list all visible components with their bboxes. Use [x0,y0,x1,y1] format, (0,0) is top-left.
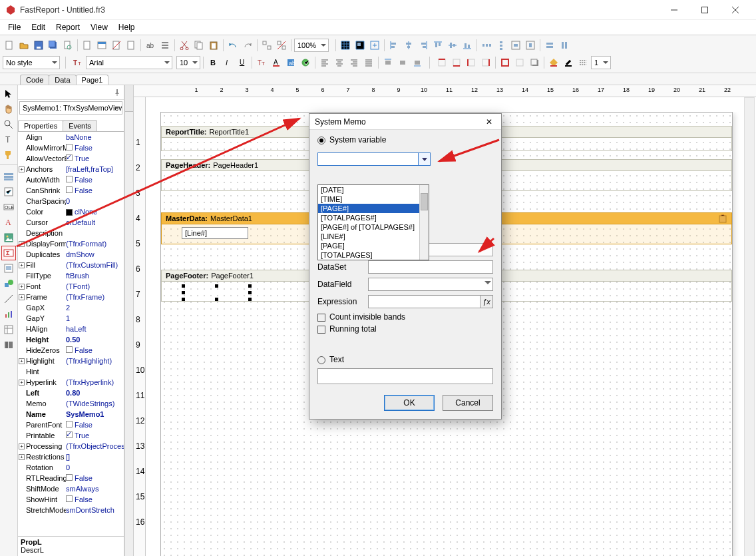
new-icon[interactable] [3,39,16,52]
tab-events[interactable]: Events [63,120,97,131]
memo-checkbox-icon[interactable] [1,184,16,199]
cancel-button[interactable]: Cancel [443,395,493,411]
frame-shadow-icon[interactable] [528,56,541,69]
align-center-v-icon[interactable] [446,39,459,52]
dropdown-option[interactable]: [TIME] [318,194,429,204]
font-settings-icon[interactable]: TT [255,56,268,69]
menu-edit[interactable]: Edit [26,21,51,33]
show-grid-icon[interactable] [339,39,352,52]
property-grid[interactable]: AlignbaNoneAllowMirrorModeFalseAllowVect… [18,132,124,536]
page-delete-icon[interactable] [110,39,123,52]
radio-text[interactable]: Text [317,355,493,364]
text-align-right-icon[interactable] [347,56,361,69]
minimize-button[interactable] [659,0,689,20]
font-size-combo[interactable]: 10 [176,56,200,69]
tab-properties[interactable]: Properties [18,120,63,131]
same-height-icon[interactable] [558,39,571,52]
frame-right-icon[interactable] [479,56,492,69]
maximize-button[interactable] [689,0,720,20]
property-row[interactable]: +Fill(TfrxCustomFill) [18,260,124,270]
tab-data[interactable]: Data [49,75,76,85]
picture-tool-icon[interactable] [1,230,16,245]
property-row[interactable]: +Processing(TfrxObjectProcessing) [18,441,124,451]
open-icon[interactable] [17,39,31,52]
property-row[interactable]: Description [18,228,124,238]
band-tool-icon[interactable] [1,169,16,184]
subreport-tool-icon[interactable] [1,261,16,276]
property-row[interactable]: +Restrictions[] [18,451,124,462]
valign-top-icon[interactable] [381,56,395,69]
align-center-h-icon[interactable] [402,39,415,52]
system-variable-dropdown[interactable]: [DATE][TIME][PAGE#][TOTALPAGES#][PAGE#] … [317,184,429,260]
property-row[interactable]: HAlignhaLeft [18,324,124,334]
delete-band-icon[interactable] [718,214,727,223]
font-combo[interactable]: Arial [86,56,172,69]
property-row[interactable]: PrintableTrue [18,430,124,441]
text-align-justify-icon[interactable] [362,56,375,69]
page-settings-icon[interactable] [124,39,138,52]
align-bottom-icon[interactable] [461,39,474,52]
system-variable-input[interactable] [318,153,419,164]
ole-tool-icon[interactable]: OLE [1,200,16,214]
property-row[interactable]: AutoWidthFalse [18,174,124,185]
ungroup-icon[interactable] [275,39,288,52]
redo-icon[interactable] [241,39,254,52]
underline-icon[interactable]: U [236,56,249,69]
italic-icon[interactable]: I [221,56,234,69]
check-count-invisible[interactable]: Count invisible bands [317,312,493,322]
frame-all-icon[interactable] [498,56,512,69]
group-icon[interactable] [260,39,274,52]
fit-grid-icon[interactable] [368,39,381,52]
property-row[interactable]: StretchModesmDontStretch [18,505,124,515]
property-row[interactable]: AllowVectorExportTrue [18,153,124,164]
tab-code[interactable]: Code [20,75,49,85]
align-grid-icon[interactable] [353,39,367,52]
undo-icon[interactable] [226,39,240,52]
datafield-combo[interactable] [368,278,493,291]
menu-file[interactable]: File [3,21,26,33]
dropdown-option[interactable]: [TOTALPAGES] [318,250,429,260]
design-scrollbar[interactable] [744,97,755,556]
property-row[interactable]: AllowMirrorModeFalse [18,142,124,153]
property-row[interactable]: NameSysMemo1 [18,409,124,419]
check-running-total[interactable]: Running total [317,324,493,334]
property-row[interactable]: Hint [18,366,124,377]
property-row[interactable]: CursorcrDefault [18,217,124,228]
dropdown-option[interactable]: [PAGE#] of [TOTALPAGES#] [318,222,429,232]
valign-middle-icon[interactable] [396,56,409,69]
align-left-icon[interactable] [387,39,401,52]
property-row[interactable]: +Frame(TfrxFrame) [18,292,124,302]
dropdown-scrollbar[interactable] [419,185,429,260]
barcode-tool-icon[interactable] [1,338,16,352]
page-options-icon[interactable] [158,39,172,52]
property-row[interactable]: ColorclNone [18,206,124,217]
chevron-down-icon[interactable] [418,153,430,165]
same-width-icon[interactable] [543,39,556,52]
style-combo[interactable]: No style [3,56,60,69]
property-row[interactable]: +Highlight(TfrxHighlight) [18,356,124,366]
property-row[interactable]: GapX2 [18,302,124,313]
property-row[interactable]: DuplicatesdmShow [18,249,124,260]
text-align-left-icon[interactable] [318,56,331,69]
close-button[interactable] [720,0,751,20]
page-add-icon[interactable] [81,39,94,52]
copy-icon[interactable] [192,39,206,52]
line-tool-icon[interactable] [1,292,16,306]
frame-none-icon[interactable] [513,56,526,69]
property-row[interactable]: AlignbaNone [18,132,124,142]
center-h-page-icon[interactable] [509,39,522,52]
frame-width-combo[interactable]: 1 [591,56,611,69]
space-h-icon[interactable] [480,39,493,52]
align-top-icon[interactable] [431,39,445,52]
cut-icon[interactable] [178,39,191,52]
text-input[interactable] [317,368,493,384]
radio-system-variable[interactable]: System variable [317,135,493,144]
property-row[interactable]: GapY1 [18,313,124,324]
zoom-tool-icon[interactable] [1,117,16,132]
panel-pin-icon[interactable] [113,89,121,97]
tab-page1[interactable]: Page1 [76,75,109,85]
property-row[interactable]: Rotation0 [18,462,124,473]
property-row[interactable]: Left0.80 [18,388,124,398]
frame-style-icon[interactable] [576,56,590,69]
align-right-icon[interactable] [417,39,430,52]
